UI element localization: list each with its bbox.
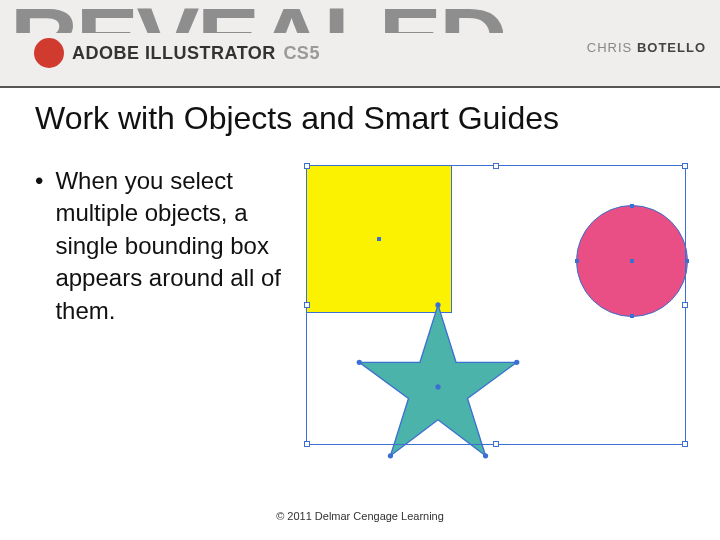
- banner-rule: [0, 86, 720, 88]
- bullet-dot: •: [35, 165, 43, 327]
- bullet-column: • When you select multiple objects, a si…: [35, 165, 296, 455]
- handle-nw: [304, 163, 310, 169]
- svg-point-3: [482, 453, 487, 458]
- slide-content: Work with Objects and Smart Guides • Whe…: [35, 100, 685, 455]
- handle-se: [682, 441, 688, 447]
- handle-ne: [682, 163, 688, 169]
- footer-copyright: © 2011 Delmar Cengage Learning: [0, 510, 720, 522]
- adobe-logo-icon: [34, 38, 64, 68]
- author-last: BOTELLO: [637, 40, 706, 55]
- brand-version: CS5: [283, 43, 320, 63]
- handle-s: [493, 441, 499, 447]
- handle-n: [493, 163, 499, 169]
- book-banner: REVEALED ADOBE ILLUSTRATOR CS5 CHRIS BOT…: [0, 0, 720, 88]
- svg-point-4: [387, 453, 392, 458]
- handle-e: [682, 302, 688, 308]
- brand-first: ADOBE: [72, 43, 140, 63]
- author-first: CHRIS: [587, 40, 632, 55]
- handle-sw: [304, 441, 310, 447]
- illustration: [296, 165, 685, 455]
- bullet-text: When you select multiple objects, a sing…: [55, 165, 285, 327]
- brand-product: ILLUSTRATOR: [145, 43, 276, 63]
- bounding-box: [306, 165, 686, 445]
- handle-w: [304, 302, 310, 308]
- author-name: CHRIS BOTELLO: [587, 40, 706, 55]
- page-title: Work with Objects and Smart Guides: [35, 100, 685, 137]
- product-name: ADOBE ILLUSTRATOR CS5: [72, 43, 320, 64]
- bullet-item: • When you select multiple objects, a si…: [35, 165, 286, 327]
